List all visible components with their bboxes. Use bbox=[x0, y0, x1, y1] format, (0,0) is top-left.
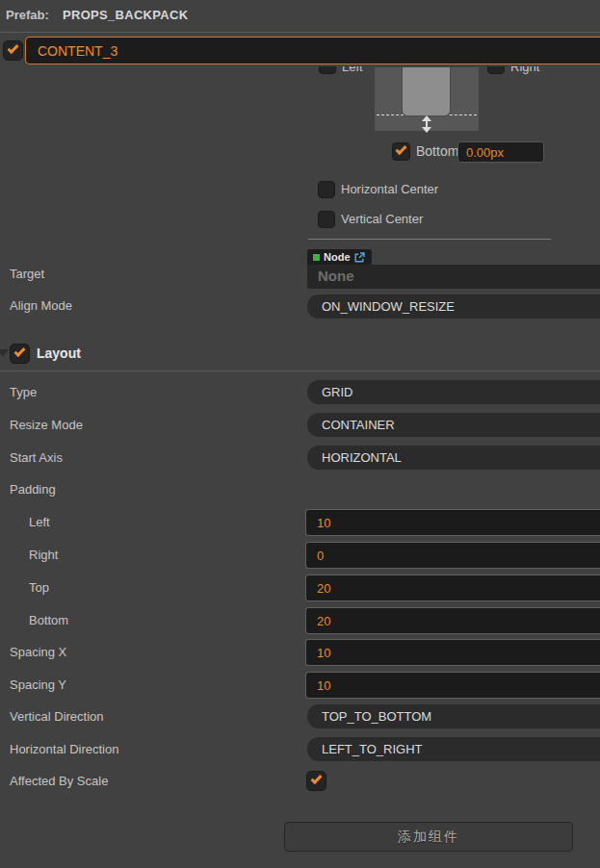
widget-bottom-checkbox[interactable] bbox=[392, 142, 410, 161]
affected-by-scale-checkbox[interactable] bbox=[306, 771, 326, 791]
anchor-node-rect bbox=[402, 67, 451, 116]
widget-bottom-label: Bottom bbox=[416, 142, 458, 161]
align-mode-select[interactable]: ON_WINDOW_RESIZE bbox=[307, 294, 600, 319]
padding-bottom-label: Bottom bbox=[29, 612, 68, 629]
checkmark-icon bbox=[310, 773, 322, 784]
layout-header-divider bbox=[0, 370, 600, 371]
widget-bottom-value-input[interactable] bbox=[457, 141, 544, 163]
padding-bottom-input[interactable] bbox=[305, 607, 600, 634]
horizontal-center-label: Horizontal Center bbox=[341, 181, 438, 198]
vertical-center-checkbox[interactable] bbox=[318, 211, 335, 228]
horizontal-direction-label: Horizontal Direction bbox=[10, 741, 118, 758]
vertical-center-label: Vertical Center bbox=[341, 211, 423, 228]
padding-top-label: Top bbox=[29, 579, 49, 597]
spacing-x-input[interactable] bbox=[305, 639, 600, 666]
prefab-label: Prefab: bbox=[6, 8, 49, 22]
spacing-y-input[interactable] bbox=[305, 672, 600, 699]
target-type-tab: Node bbox=[307, 249, 372, 265]
target-value: None bbox=[318, 268, 354, 284]
node-header bbox=[0, 33, 600, 66]
type-select[interactable]: GRID bbox=[307, 380, 600, 404]
resize-mode-label: Resize Mode bbox=[10, 417, 83, 434]
spacing-y-label: Spacing Y bbox=[10, 677, 66, 694]
layout-enabled-checkbox[interactable] bbox=[10, 344, 30, 364]
checkmark-icon bbox=[13, 345, 25, 357]
padding-top-input[interactable] bbox=[305, 574, 600, 601]
vertical-direction-select[interactable]: TOP_TO_BOTTOM bbox=[307, 704, 600, 728]
padding-right-input[interactable] bbox=[305, 542, 600, 569]
widget-divider bbox=[308, 239, 551, 240]
node-name-input[interactable] bbox=[25, 37, 600, 64]
target-label: Target bbox=[10, 266, 44, 283]
checkmark-icon bbox=[395, 143, 406, 155]
vertical-direction-label: Vertical Direction bbox=[10, 708, 104, 726]
padding-left-input[interactable] bbox=[305, 509, 600, 536]
layout-section-title: Layout bbox=[37, 345, 81, 361]
add-component-button[interactable]: 添加组件 bbox=[284, 822, 573, 852]
resize-arrow-icon bbox=[421, 115, 432, 133]
node-active-checkbox[interactable] bbox=[3, 40, 23, 61]
padding-right-label: Right bbox=[29, 547, 58, 564]
padding-left-label: Left bbox=[29, 514, 50, 531]
inspector-panel: Prefab: PROPS_BACKPACK Left Right Bottom… bbox=[0, 0, 600, 868]
prefab-name: PROPS_BACKPACK bbox=[63, 8, 188, 22]
start-axis-label: Start Axis bbox=[10, 449, 63, 467]
external-link-icon[interactable] bbox=[354, 252, 365, 263]
affected-by-scale-label: Affected By Scale bbox=[10, 773, 108, 790]
type-label: Type bbox=[10, 384, 37, 401]
prefab-bar: Prefab: PROPS_BACKPACK bbox=[0, 0, 600, 32]
node-type-icon bbox=[313, 254, 320, 261]
target-type-name: Node bbox=[324, 249, 351, 265]
resize-mode-select[interactable]: CONTAINER bbox=[307, 413, 600, 437]
collapse-arrow-icon[interactable] bbox=[0, 349, 9, 357]
arrow-down-head bbox=[422, 127, 431, 133]
start-axis-select[interactable]: HORIZONTAL bbox=[307, 446, 600, 470]
checkmark-icon bbox=[7, 42, 18, 54]
horizontal-direction-select[interactable]: LEFT_TO_RIGHT bbox=[307, 737, 600, 761]
spacing-x-label: Spacing X bbox=[10, 644, 66, 661]
padding-label: Padding bbox=[10, 481, 56, 498]
horizontal-center-checkbox[interactable] bbox=[318, 181, 335, 198]
align-mode-label: Align Mode bbox=[10, 297, 72, 315]
